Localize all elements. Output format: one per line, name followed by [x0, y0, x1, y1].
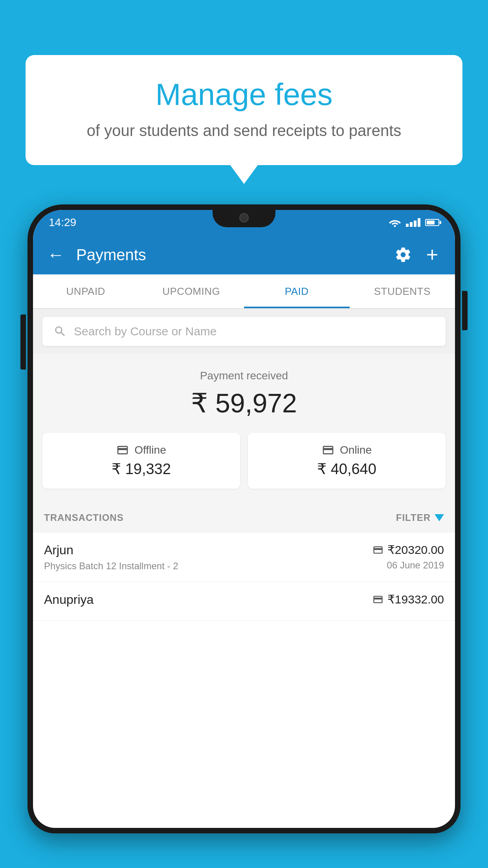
- transaction-right: ₹20320.00 06 June 2019: [372, 543, 444, 571]
- transaction-left: Anupriya: [44, 592, 372, 610]
- bubble-title: Manage fees: [49, 77, 439, 112]
- online-amount: ₹ 40,640: [257, 460, 436, 478]
- tab-paid[interactable]: PAID: [244, 274, 350, 308]
- filter-container[interactable]: FILTER: [396, 512, 444, 523]
- card-icon: [322, 444, 334, 456]
- transaction-right: ₹19332.00: [372, 592, 444, 609]
- app-bar-actions: [394, 246, 441, 263]
- transactions-header: TRANSACTIONS FILTER: [33, 503, 455, 533]
- offline-card: Offline ₹ 19,332: [42, 433, 240, 489]
- app-bar-title: Payments: [76, 246, 387, 264]
- transaction-desc: Physics Batch 12 Installment - 2: [44, 561, 372, 572]
- payment-cards: Offline ₹ 19,332 Online ₹ 40,640: [42, 433, 446, 489]
- cash-icon: [116, 444, 129, 456]
- phone-camera: [239, 213, 249, 223]
- phone-notch: [213, 204, 275, 227]
- transaction-name: Arjun: [44, 543, 372, 557]
- wifi-icon: [389, 218, 401, 227]
- transaction-date: 06 June 2019: [372, 560, 444, 571]
- filter-label: FILTER: [396, 512, 431, 523]
- search-bar[interactable]: Search by Course or Name: [42, 317, 446, 346]
- app-bar: ← Payments: [33, 235, 455, 274]
- back-button[interactable]: ←: [47, 245, 64, 265]
- offline-label: Offline: [134, 444, 166, 456]
- online-label: Online: [340, 444, 372, 456]
- phone-frame: 14:29: [28, 204, 460, 868]
- table-row[interactable]: Arjun Physics Batch 12 Installment - 2 ₹…: [33, 533, 455, 582]
- payment-total: ₹ 59,972: [42, 388, 446, 419]
- status-time: 14:29: [49, 216, 76, 229]
- gear-icon[interactable]: [394, 246, 412, 263]
- table-row[interactable]: Anupriya ₹19332.00: [33, 582, 455, 621]
- battery-icon: [425, 219, 439, 226]
- speech-bubble: Manage fees of your students and send re…: [26, 55, 462, 165]
- cash-payment-icon: [372, 594, 383, 605]
- transaction-amount: ₹20320.00: [387, 543, 444, 557]
- search-container: Search by Course or Name: [33, 309, 455, 354]
- filter-icon: [435, 514, 444, 521]
- svg-point-0: [394, 225, 396, 227]
- transactions-label: TRANSACTIONS: [44, 512, 124, 523]
- transaction-left: Arjun Physics Batch 12 Installment - 2: [44, 543, 372, 572]
- tab-unpaid[interactable]: UNPAID: [33, 274, 139, 308]
- tab-upcoming[interactable]: UPCOMING: [139, 274, 244, 308]
- payment-card-icon: [372, 544, 383, 555]
- plus-icon[interactable]: [424, 246, 441, 263]
- offline-amount: ₹ 19,332: [52, 460, 231, 478]
- payment-section: Payment received ₹ 59,972 Offline ₹ 19,3…: [33, 354, 455, 503]
- online-card: Online ₹ 40,640: [248, 433, 446, 489]
- tabs-container: UNPAID UPCOMING PAID STUDENTS: [33, 274, 455, 309]
- signal-icon: [406, 218, 420, 227]
- tab-students[interactable]: STUDENTS: [350, 274, 455, 308]
- payment-label: Payment received: [42, 370, 446, 382]
- transaction-name: Anupriya: [44, 592, 372, 607]
- bubble-subtitle: of your students and send receipts to pa…: [49, 120, 439, 142]
- status-icons: [389, 218, 439, 227]
- transaction-amount: ₹19332.00: [387, 592, 444, 606]
- transaction-list: Arjun Physics Batch 12 Installment - 2 ₹…: [33, 533, 455, 621]
- search-input[interactable]: Search by Course or Name: [74, 325, 217, 338]
- search-icon: [53, 325, 67, 338]
